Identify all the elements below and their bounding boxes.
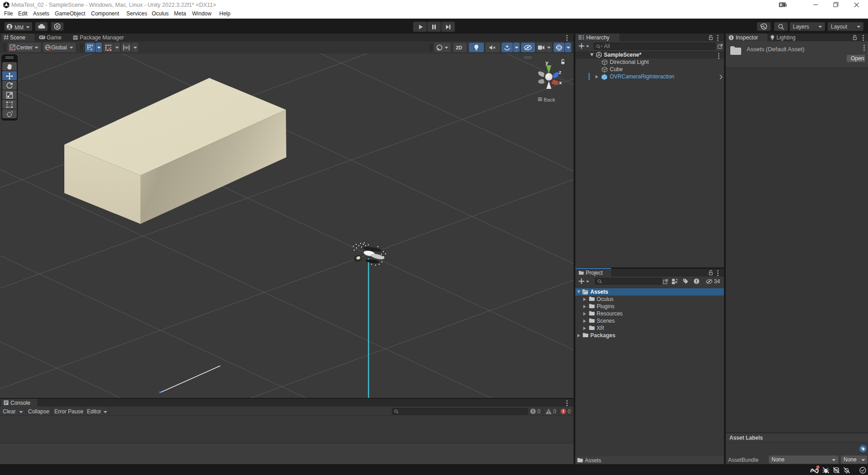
svg-text:y: y <box>545 60 549 65</box>
svg-text:Back: Back <box>544 97 555 102</box>
svg-text:z: z <box>559 69 562 75</box>
svg-text:x: x <box>559 80 562 85</box>
svg-text:Y: Y <box>90 48 92 51</box>
